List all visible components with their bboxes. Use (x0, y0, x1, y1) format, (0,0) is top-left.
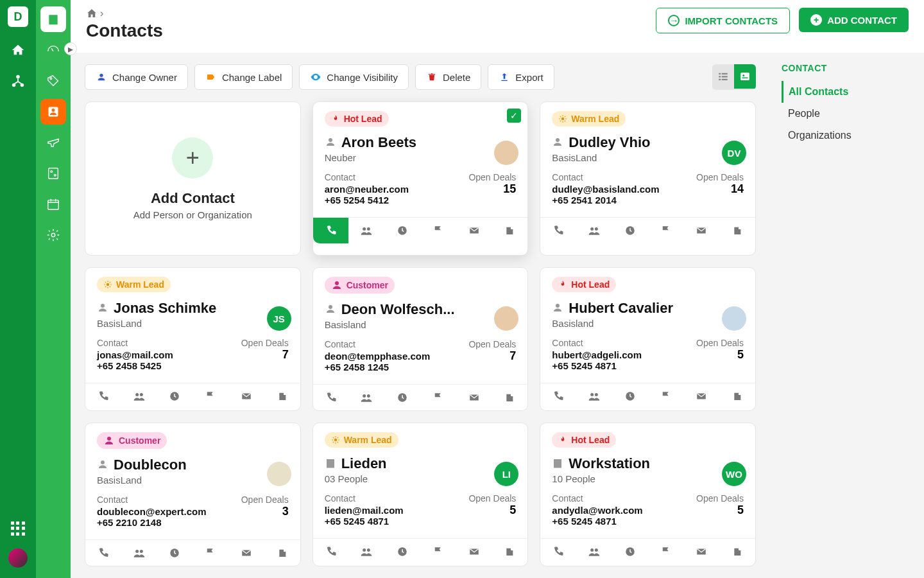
clock-icon[interactable] (384, 218, 420, 243)
apps-menu-icon[interactable] (11, 521, 25, 536)
flag-icon[interactable] (648, 539, 684, 565)
clock-icon[interactable] (157, 540, 193, 566)
mail-icon[interactable] (456, 539, 492, 565)
phone-icon[interactable] (85, 383, 121, 409)
contact-card[interactable]: Warm LeadDudley VhioBasisLandDVContactdu… (540, 101, 756, 256)
nav-documents[interactable] (40, 161, 66, 186)
clock-icon[interactable] (384, 539, 420, 565)
flag-icon[interactable] (420, 385, 456, 410)
phone-icon[interactable] (85, 540, 121, 566)
nav-organization[interactable] (40, 6, 66, 32)
clock-icon[interactable] (612, 539, 648, 565)
nav-tags[interactable] (40, 68, 66, 94)
building-icon[interactable] (492, 218, 528, 243)
right-sidebar: CONTACT All ContactsPeopleOrganizations (770, 53, 924, 578)
people-icon[interactable] (348, 539, 384, 565)
change-visibility-button[interactable]: Change Visibility (299, 64, 409, 90)
contact-card[interactable]: Hot LeadWorkstation10 PeopleWOContactand… (540, 423, 756, 566)
contact-card[interactable]: CustomerDeon Wolfesch...BasislandContact… (312, 267, 529, 411)
people-icon[interactable] (348, 385, 384, 410)
sidebar-item-organizations[interactable]: Organizations (782, 125, 912, 146)
clock-icon[interactable] (384, 385, 420, 410)
change-owner-button[interactable]: Change Owner (85, 64, 188, 90)
import-contacts-button[interactable]: → IMPORT CONTACTS (656, 8, 790, 33)
mail-icon[interactable] (456, 218, 492, 243)
nav-calendar[interactable] (40, 191, 66, 217)
view-list[interactable] (712, 64, 734, 89)
svg-rect-14 (719, 79, 721, 80)
phone-icon[interactable] (540, 218, 576, 243)
mail-icon[interactable] (228, 383, 264, 409)
breadcrumb[interactable]: › (86, 8, 163, 19)
flag-icon[interactable] (420, 539, 456, 565)
flag-icon[interactable] (648, 218, 684, 243)
contact-card[interactable]: Hot LeadHubert CavalierBasislandContacth… (540, 267, 756, 411)
flag-icon[interactable] (193, 540, 228, 566)
delete-button[interactable]: Delete (415, 64, 481, 90)
building-icon[interactable] (264, 383, 300, 409)
mail-icon[interactable] (683, 218, 719, 243)
building-icon[interactable] (719, 539, 755, 565)
flag-icon[interactable] (648, 383, 684, 409)
change-label-button[interactable]: Change Label (194, 64, 293, 90)
people-icon[interactable] (121, 540, 157, 566)
contact-name: Lieden (341, 455, 387, 472)
contact-card[interactable]: ✓Hot LeadAron BeetsNeuberContactaron@neu… (312, 101, 529, 256)
add-contact-card[interactable]: +Add ContactAdd Person or Organization (85, 101, 301, 256)
svg-point-35 (363, 394, 366, 398)
mail-icon[interactable] (683, 383, 719, 409)
people-icon[interactable] (121, 383, 157, 409)
add-contact-button[interactable]: + ADD CONTACT (799, 8, 909, 32)
contact-card[interactable]: Warm LeadJonas SchimkeBasisLandJSContact… (85, 267, 301, 411)
check-icon[interactable]: ✓ (507, 109, 521, 123)
mail-icon[interactable] (456, 385, 492, 410)
mail-icon[interactable] (683, 539, 719, 565)
clock-icon[interactable] (612, 383, 648, 409)
contact-card[interactable]: CustomerDoubleconBasisLandContactdoublec… (85, 423, 301, 566)
user-avatar[interactable] (8, 548, 28, 568)
building-icon[interactable] (264, 540, 300, 566)
clock-icon[interactable] (157, 383, 193, 409)
sidebar-item-people[interactable]: People (782, 103, 912, 125)
rail-collapse-toggle[interactable]: ▸ (64, 42, 77, 55)
phone-icon[interactable] (540, 539, 576, 565)
phone-icon[interactable] (540, 383, 576, 409)
export-button[interactable]: Export (488, 64, 554, 90)
svg-point-49 (367, 548, 370, 552)
sidebar-item-all-contacts[interactable]: All Contacts (782, 81, 912, 103)
people-icon[interactable] (576, 539, 612, 565)
view-cards[interactable] (734, 64, 756, 89)
svg-point-33 (335, 281, 339, 285)
contact-email: jonas@mail.com (97, 349, 193, 360)
nav-home[interactable] (6, 39, 30, 62)
mail-icon[interactable] (228, 540, 264, 566)
nav-settings[interactable] (40, 222, 66, 248)
phone-icon[interactable] (313, 385, 349, 410)
building-icon[interactable] (492, 385, 528, 410)
building-icon[interactable] (492, 539, 528, 565)
phone-icon[interactable] (313, 539, 349, 565)
people-icon[interactable] (576, 218, 612, 243)
contact-name: Aron Beets (341, 134, 416, 151)
nav-campaigns[interactable] (40, 130, 66, 155)
building-icon[interactable] (719, 218, 755, 243)
phone-icon[interactable] (313, 218, 349, 243)
nav-hierarchy[interactable] (6, 69, 30, 92)
open-deals-count: 3 (207, 505, 289, 518)
clock-icon[interactable] (612, 218, 648, 243)
contact-email: aron@neuber.com (325, 184, 420, 195)
nav-contacts[interactable] (40, 99, 66, 125)
flag-icon[interactable] (420, 218, 456, 243)
svg-point-38 (556, 304, 560, 308)
flag-icon[interactable] (193, 383, 228, 409)
svg-point-0 (16, 75, 20, 79)
people-icon[interactable] (576, 383, 612, 409)
contact-phone: +65 5245 4871 (552, 516, 647, 527)
nav-dashboard[interactable] (40, 37, 66, 63)
svg-point-36 (367, 394, 370, 398)
contact-card[interactable]: Warm LeadLieden03 PeopleLIContactlieden@… (312, 423, 529, 566)
people-icon[interactable] (348, 218, 384, 243)
svg-point-51 (590, 548, 594, 552)
building-icon[interactable] (719, 383, 755, 409)
app-logo[interactable]: D (8, 6, 28, 27)
